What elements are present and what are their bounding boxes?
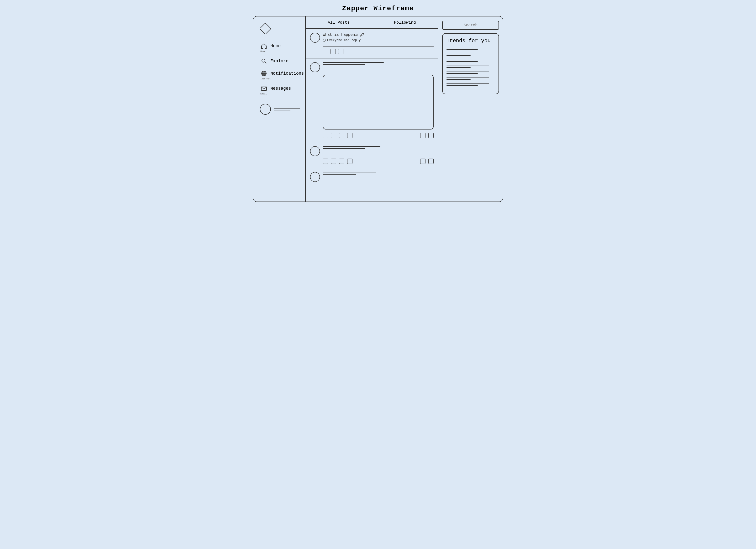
home-icon xyxy=(260,42,268,50)
logo[interactable] xyxy=(260,23,300,42)
trend-line-5a xyxy=(446,72,489,72)
trends-title: Trends for you xyxy=(446,38,495,44)
action-share-2[interactable] xyxy=(347,159,352,164)
action-share-1[interactable] xyxy=(347,133,352,138)
mail-icon xyxy=(260,84,268,93)
reply-option-circle xyxy=(323,39,326,42)
compose-avatar xyxy=(310,33,320,43)
home-sub-label: Home xyxy=(260,50,266,53)
compose-reply-label: Everyone can reply xyxy=(327,38,361,42)
main-container: Home Home Explore xyxy=(253,16,503,202)
post-line-1b xyxy=(323,64,365,65)
trend-line-3a xyxy=(446,60,489,60)
action-repost-2[interactable] xyxy=(339,159,344,164)
post-image-1 xyxy=(323,75,434,130)
sidebar-profile[interactable] xyxy=(260,104,300,115)
trend-line-1a xyxy=(446,48,489,48)
tabs-bar: All Posts Following xyxy=(306,16,438,29)
post-avatar-3 xyxy=(310,172,320,182)
search-icon xyxy=(260,57,268,65)
post-item-3 xyxy=(306,168,438,188)
post-item-2 xyxy=(306,142,438,168)
page-title: Zapper Wireframe xyxy=(342,5,414,12)
sidebar: Home Home Explore xyxy=(253,16,306,202)
trend-line-3b xyxy=(446,61,478,62)
action-like-1[interactable] xyxy=(323,133,328,138)
trend-item-7[interactable] xyxy=(446,84,495,86)
trend-item-4[interactable] xyxy=(446,66,495,68)
post-lines-2 xyxy=(323,146,434,149)
trend-item-2[interactable] xyxy=(446,54,495,56)
trend-line-4b xyxy=(446,67,471,68)
action-comment-2[interactable] xyxy=(331,159,336,164)
sidebar-item-notifications[interactable]: Notifications Internet xyxy=(260,69,300,80)
compose-placeholder[interactable]: What is happening? xyxy=(323,33,434,37)
trend-line-7a xyxy=(446,84,489,84)
post-line-2b xyxy=(323,148,365,149)
sidebar-avatar xyxy=(260,104,271,115)
svg-line-2 xyxy=(265,62,267,64)
post-line-2a xyxy=(323,146,380,147)
post-avatar-2 xyxy=(310,146,320,156)
post-line-3b xyxy=(323,174,356,175)
sidebar-item-explore[interactable]: Explore xyxy=(260,57,300,65)
trend-line-1b xyxy=(446,49,478,50)
post-lines-3 xyxy=(323,172,434,175)
search-input[interactable] xyxy=(442,21,499,30)
trend-item-5[interactable] xyxy=(446,72,495,74)
trend-line-2b xyxy=(446,55,471,56)
compose-icon-1[interactable] xyxy=(323,49,328,54)
trend-item-6[interactable] xyxy=(446,78,495,80)
right-sidebar: Trends for you xyxy=(438,16,503,202)
action-like-2[interactable] xyxy=(323,159,328,164)
post-actions-1 xyxy=(323,133,434,138)
post-actions-2 xyxy=(323,159,434,164)
sidebar-messages-label: Messages xyxy=(270,86,291,91)
compose-divider xyxy=(323,47,434,47)
compose-area: What is happening? Everyone can reply xyxy=(306,29,438,58)
trend-item-3[interactable] xyxy=(446,60,495,62)
trend-line-2a xyxy=(446,54,489,54)
sidebar-item-home[interactable]: Home Home xyxy=(260,42,300,53)
post-avatar-1 xyxy=(310,62,320,72)
profile-handle-line xyxy=(274,110,290,110)
action-more-1[interactable] xyxy=(428,133,434,138)
trend-line-6b xyxy=(446,79,471,80)
post-line-1a xyxy=(323,62,384,63)
compose-text-area: What is happening? Everyone can reply xyxy=(323,33,434,42)
messages-sub-label: Email xyxy=(260,93,267,95)
tab-following[interactable]: Following xyxy=(372,16,438,28)
trend-line-5b xyxy=(446,73,478,74)
action-more-2[interactable] xyxy=(428,159,434,164)
trend-line-6a xyxy=(446,78,489,78)
notifications-sub-label: Internet xyxy=(260,78,271,80)
svg-point-1 xyxy=(262,59,265,62)
profile-name-line xyxy=(274,108,300,109)
svg-rect-0 xyxy=(260,23,271,34)
action-bookmark-1[interactable] xyxy=(420,133,425,138)
trend-line-4a xyxy=(446,66,489,66)
sidebar-explore-label: Explore xyxy=(270,59,289,63)
action-comment-1[interactable] xyxy=(331,133,336,138)
post-item-1 xyxy=(306,58,438,142)
trend-line-7b xyxy=(446,85,478,86)
main-feed: All Posts Following What is happening? E… xyxy=(306,16,438,202)
post-lines-1 xyxy=(323,62,434,65)
sidebar-notifications-label: Notifications xyxy=(270,71,304,76)
action-repost-1[interactable] xyxy=(339,133,344,138)
sidebar-profile-lines xyxy=(274,108,300,110)
action-bookmark-2[interactable] xyxy=(420,159,425,164)
post-line-3a xyxy=(323,172,376,173)
globe-icon xyxy=(260,69,268,78)
sidebar-item-messages[interactable]: Messages Email xyxy=(260,84,300,95)
trends-box: Trends for you xyxy=(442,33,499,94)
compose-icon-2[interactable] xyxy=(331,49,336,54)
tab-all-posts[interactable]: All Posts xyxy=(306,16,372,28)
compose-icons-row xyxy=(323,49,434,54)
compose-icon-3[interactable] xyxy=(338,49,343,54)
trend-item-1[interactable] xyxy=(446,48,495,50)
sidebar-home-label: Home xyxy=(270,44,281,48)
